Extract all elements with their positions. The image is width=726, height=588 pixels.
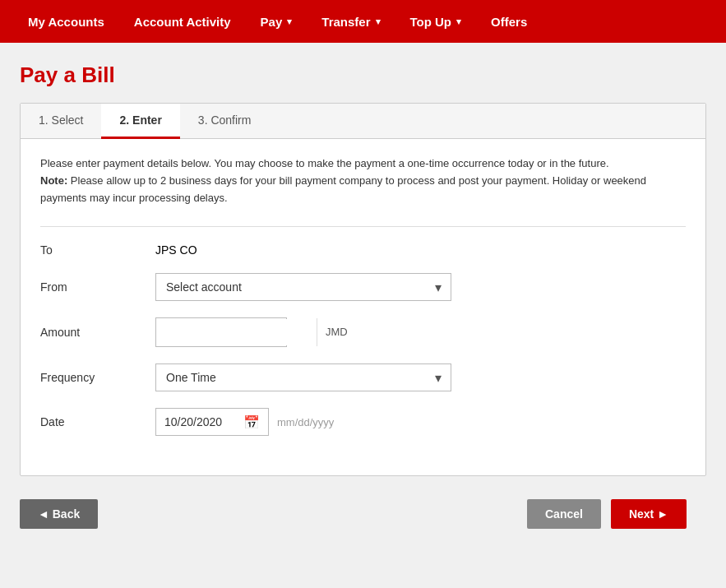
info-note-text: Please allow up to 2 business days for y… (40, 174, 646, 204)
frequency-row: Frequency One Time Weekly Monthly (40, 363, 686, 391)
right-buttons: Cancel Next ► (527, 499, 687, 529)
tab-enter[interactable]: 2. Enter (101, 104, 179, 139)
date-input[interactable] (164, 415, 238, 428)
info-text: Please enter payment details below. You … (40, 155, 682, 206)
info-note-label: Note: (40, 174, 67, 187)
next-button[interactable]: Next ► (611, 499, 687, 529)
nav-offers[interactable]: Offers (476, 0, 542, 43)
tabs-header: 1. Select 2. Enter 3. Confirm (21, 104, 705, 139)
date-row: Date 📅 mm/dd/yyyy (40, 408, 686, 436)
calendar-icon[interactable]: 📅 (243, 414, 260, 430)
from-row: From Select account (40, 273, 686, 301)
transfer-arrow-icon: ▾ (376, 16, 381, 27)
back-button[interactable]: ◄ Back (20, 499, 98, 529)
nav-transfer[interactable]: Transfer ▾ (307, 0, 395, 43)
nav-account-activity[interactable]: Account Activity (119, 0, 246, 43)
amount-field-wrapper: JMD (155, 317, 287, 347)
form-area: Please enter payment details below. You … (21, 139, 705, 475)
from-select-wrap: Select account (155, 273, 451, 301)
to-value: JPS CO (155, 243, 197, 257)
pay-arrow-icon: ▾ (287, 16, 292, 27)
divider (40, 226, 686, 227)
amount-input[interactable] (156, 319, 317, 345)
currency-label: JMD (317, 318, 356, 346)
nav-top-up[interactable]: Top Up ▾ (395, 0, 477, 43)
to-label: To (40, 243, 155, 257)
date-label: Date (40, 415, 155, 428)
page-content: Pay a Bill 1. Select 2. Enter 3. Confirm… (0, 43, 726, 588)
nav-my-accounts[interactable]: My Accounts (13, 0, 119, 43)
to-row: To JPS CO (40, 243, 686, 257)
amount-input-wrap: JMD (155, 317, 451, 347)
nav-bar: My Accounts Account Activity Pay ▾ Trans… (0, 0, 726, 43)
nav-pay[interactable]: Pay ▾ (246, 0, 308, 43)
from-select-wrapper: Select account (155, 273, 451, 301)
tabs-container: 1. Select 2. Enter 3. Confirm Please ent… (20, 103, 706, 476)
frequency-select-wrapper: One Time Weekly Monthly (155, 363, 451, 391)
frequency-select-wrap: One Time Weekly Monthly (155, 363, 451, 391)
tab-select[interactable]: 1. Select (21, 104, 101, 139)
to-value-wrap: JPS CO (155, 243, 451, 257)
from-label: From (40, 280, 155, 294)
amount-row: Amount JMD (40, 317, 686, 347)
date-input-wrap: 📅 mm/dd/yyyy (155, 408, 451, 436)
date-wrap: 📅 mm/dd/yyyy (155, 408, 451, 436)
date-placeholder: mm/dd/yyyy (277, 416, 334, 428)
date-input-box: 📅 (155, 408, 269, 436)
tab-confirm[interactable]: 3. Confirm (180, 104, 270, 139)
frequency-label: Frequency (40, 371, 155, 384)
cancel-button[interactable]: Cancel (527, 499, 601, 529)
frequency-select[interactable]: One Time Weekly Monthly (155, 363, 451, 391)
bottom-bar: ◄ Back Cancel Next ► (20, 486, 706, 535)
top-up-arrow-icon: ▾ (456, 16, 461, 27)
from-account-select[interactable]: Select account (155, 273, 451, 301)
page-title: Pay a Bill (20, 63, 706, 88)
amount-label: Amount (40, 326, 155, 339)
